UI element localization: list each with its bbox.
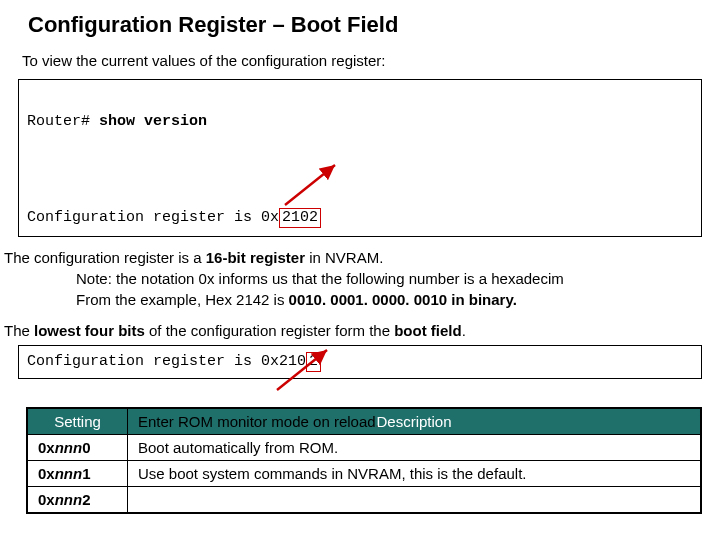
result2-prefix: Configuration register is 0x210 <box>27 353 306 370</box>
table-row: 0xnnn1 Use boot system commands in NVRAM… <box>28 461 701 487</box>
body-example: From the example, Hex 2142 is 0010. 0001… <box>76 291 716 308</box>
command: show version <box>99 113 207 130</box>
body-note: Note: the notation 0x informs us that th… <box>76 270 716 287</box>
terminal-output-2: Configuration register is 0x2102 <box>18 345 702 379</box>
page-title: Configuration Register – Boot Field <box>28 12 720 38</box>
table-row: 0xnnn2 <box>28 487 701 513</box>
intro-text: To view the current values of the config… <box>22 52 720 69</box>
body-line-2: The lowest four bits of the configuratio… <box>4 322 716 339</box>
col-setting: Setting <box>28 409 128 435</box>
body-line-1: The configuration register is a 16-bit r… <box>4 249 716 266</box>
result-prefix: Configuration register is 0x <box>27 209 279 226</box>
result2-boxed: 2 <box>306 352 321 372</box>
result-boxed: 2102 <box>279 208 321 228</box>
table-row: 0xnnn0 Boot automatically from ROM. <box>28 435 701 461</box>
prompt: Router# <box>27 113 90 130</box>
boot-field-table: Setting Enter ROM monitor mode on reload… <box>26 407 702 514</box>
terminal-output-1: Router# show version Configuration regis… <box>18 79 702 237</box>
col-description: Enter ROM monitor mode on reload. Descri… <box>128 409 701 435</box>
